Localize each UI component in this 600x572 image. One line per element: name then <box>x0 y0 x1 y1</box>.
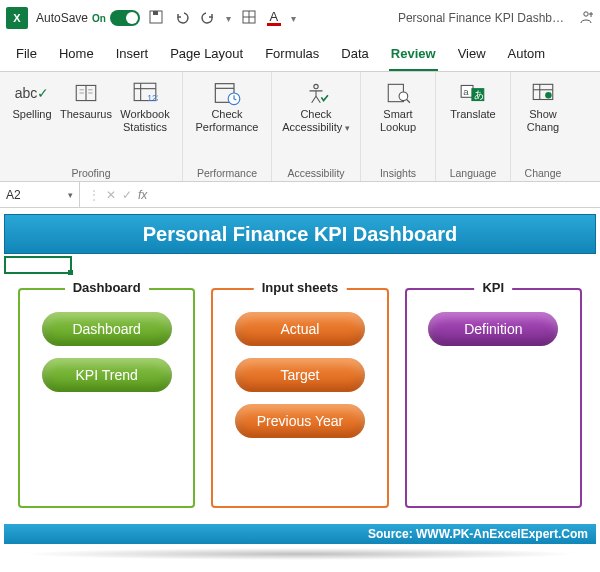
svg-point-21 <box>314 84 318 88</box>
group-proofing: abc✓ Spelling Thesaurus 123 Workbook Sta… <box>0 72 183 181</box>
pill-definition[interactable]: Definition <box>428 312 558 346</box>
workbook-stats-button[interactable]: 123 Workbook Statistics <box>114 76 176 133</box>
cards-row: Dashboard Dashboard KPI Trend Input shee… <box>0 258 600 518</box>
document-title: Personal Finance KPI Dashb… <box>398 11 564 25</box>
check-performance-icon <box>213 80 241 106</box>
tab-review[interactable]: Review <box>389 40 438 71</box>
formula-bar: A2 ▾ ⋮ ✕ ✓ fx <box>0 182 600 208</box>
tab-home[interactable]: Home <box>57 40 96 71</box>
ribbon: abc✓ Spelling Thesaurus 123 Workbook Sta… <box>0 72 600 182</box>
group-changes: Show Chang Change <box>511 72 575 181</box>
thesaurus-icon <box>72 80 100 106</box>
svg-text:a: a <box>463 86 469 97</box>
show-changes-button[interactable]: Show Chang <box>517 76 569 133</box>
translate-button[interactable]: aあ Translate <box>442 76 504 121</box>
toggle-switch-icon[interactable] <box>110 10 140 26</box>
thesaurus-button[interactable]: Thesaurus <box>60 76 112 121</box>
worksheet-area[interactable]: Personal Finance KPI Dashboard Dashboard… <box>0 208 600 564</box>
group-label-insights: Insights <box>367 165 429 179</box>
spelling-icon: abc✓ <box>18 80 46 106</box>
card-kpi: KPI Definition <box>405 288 582 508</box>
group-performance: Check Performance Performance <box>183 72 272 181</box>
pill-dashboard[interactable]: Dashboard <box>42 312 172 346</box>
pill-actual[interactable]: Actual <box>235 312 365 346</box>
autosave-label: AutoSave <box>36 11 88 25</box>
check-accessibility-button[interactable]: Check Accessibility <box>278 76 354 133</box>
redo-icon[interactable] <box>200 9 216 28</box>
card-title-input: Input sheets <box>254 280 347 295</box>
selected-cell-indicator[interactable] <box>4 256 72 274</box>
pill-previous-year[interactable]: Previous Year <box>235 404 365 438</box>
autosave-state: On <box>92 13 106 24</box>
tab-file[interactable]: File <box>14 40 39 71</box>
group-accessibility: Check Accessibility Accessibility <box>272 72 361 181</box>
formula-input[interactable] <box>155 182 600 207</box>
group-insights: Smart Lookup Insights <box>361 72 436 181</box>
group-label-changes: Change <box>517 165 569 179</box>
tab-formulas[interactable]: Formulas <box>263 40 321 71</box>
name-box[interactable]: A2 ▾ <box>0 182 80 207</box>
card-title-dashboard: Dashboard <box>65 280 149 295</box>
svg-point-32 <box>545 92 552 99</box>
smart-lookup-icon <box>384 80 412 106</box>
workbook-stats-icon: 123 <box>131 80 159 106</box>
translate-icon: aあ <box>459 80 487 106</box>
shadow-decoration <box>20 548 580 560</box>
tab-page-layout[interactable]: Page Layout <box>168 40 245 71</box>
svg-line-24 <box>407 100 410 103</box>
pill-kpi-trend[interactable]: KPI Trend <box>42 358 172 392</box>
card-input-sheets: Input sheets Actual Target Previous Year <box>211 288 388 508</box>
cancel-icon[interactable]: ✕ <box>106 188 116 202</box>
spelling-button[interactable]: abc✓ Spelling <box>6 76 58 121</box>
tab-insert[interactable]: Insert <box>114 40 151 71</box>
group-label-accessibility: Accessibility <box>278 165 354 179</box>
svg-point-23 <box>399 92 408 101</box>
title-bar: X AutoSave On ▾ A ▾ Personal Finance KPI… <box>0 0 600 36</box>
qat-more-icon[interactable]: ▾ <box>291 13 296 24</box>
fx-controls: ⋮ ✕ ✓ fx <box>80 188 155 202</box>
tab-automate[interactable]: Autom <box>506 40 548 71</box>
share-icon[interactable] <box>578 9 594 28</box>
excel-logo-icon: X <box>6 7 28 29</box>
svg-rect-1 <box>153 11 158 15</box>
svg-text:あ: あ <box>474 89 484 100</box>
smart-lookup-button[interactable]: Smart Lookup <box>367 76 429 133</box>
accessibility-icon <box>302 80 330 106</box>
show-changes-icon <box>529 80 557 106</box>
group-label-proofing: Proofing <box>6 165 176 179</box>
fx-icon[interactable]: fx <box>138 188 147 202</box>
ribbon-tabs: File Home Insert Page Layout Formulas Da… <box>0 36 600 72</box>
check-performance-button[interactable]: Check Performance <box>189 76 265 133</box>
dashboard-title-banner: Personal Finance KPI Dashboard <box>4 214 596 254</box>
enter-icon[interactable]: ✓ <box>122 188 132 202</box>
svg-text:123: 123 <box>147 93 158 103</box>
group-language: aあ Translate Language <box>436 72 511 181</box>
pill-target[interactable]: Target <box>235 358 365 392</box>
font-color-icon[interactable]: A <box>267 10 281 26</box>
tab-data[interactable]: Data <box>339 40 370 71</box>
card-dashboard: Dashboard Dashboard KPI Trend <box>18 288 195 508</box>
quick-access-toolbar: ▾ A ▾ <box>148 9 296 28</box>
group-label-language: Language <box>442 165 504 179</box>
undo-icon[interactable] <box>174 9 190 28</box>
svg-point-5 <box>584 11 588 15</box>
group-label-performance: Performance <box>189 165 265 179</box>
card-title-kpi: KPI <box>474 280 512 295</box>
name-box-dropdown-icon[interactable]: ▾ <box>68 190 73 200</box>
save-icon[interactable] <box>148 9 164 28</box>
autosave-toggle[interactable]: AutoSave On <box>36 10 140 26</box>
borders-icon[interactable] <box>241 9 257 28</box>
name-box-value: A2 <box>6 188 21 202</box>
source-footer: Source: WWW.PK-AnExcelExpert.Com <box>4 524 596 544</box>
qat-dropdown-icon[interactable]: ▾ <box>226 13 231 24</box>
tab-view[interactable]: View <box>456 40 488 71</box>
